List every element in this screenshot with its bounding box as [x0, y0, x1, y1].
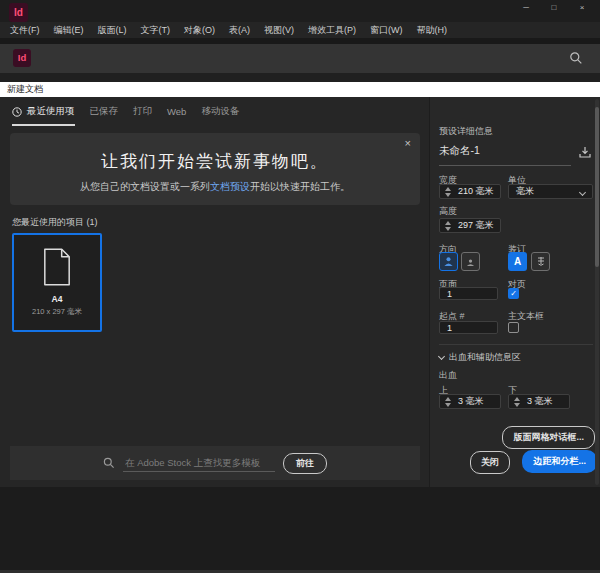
- bleed-top-stepper[interactable]: 3 毫米: [439, 394, 501, 409]
- banner-body-suffix: 开始以快速开始工作。: [250, 181, 350, 192]
- start-number-input[interactable]: 1: [439, 321, 498, 334]
- menu-bar: 文件(F) 编辑(E) 版面(L) 文字(T) 对象(O) 表(A) 视图(V)…: [0, 22, 600, 38]
- primary-text-frame-checkbox[interactable]: [508, 322, 519, 333]
- margins-columns-button[interactable]: 边距和分栏...: [522, 450, 597, 473]
- stock-search-bar: 前往: [10, 446, 420, 480]
- pages-value: 1: [447, 289, 452, 299]
- orientation-portrait-icon[interactable]: [439, 252, 458, 271]
- pages-input[interactable]: 1: [439, 287, 498, 300]
- tab-mobile[interactable]: 移动设备: [201, 97, 239, 126]
- height-stepper[interactable]: 297 毫米: [439, 218, 501, 233]
- banner-body: 从您自己的文档设置或一系列文档预设开始以快速开始工作。: [10, 180, 420, 194]
- tab-saved[interactable]: 已保存: [90, 97, 119, 126]
- bleed-bottom-stepper[interactable]: 3 毫米: [508, 394, 570, 409]
- binding-right-to-left-icon[interactable]: [531, 252, 550, 271]
- bleed-bottom-value: 3 毫米: [527, 395, 553, 408]
- indesign-logo-toolbar: Id: [13, 49, 31, 67]
- tab-print[interactable]: 打印: [133, 97, 152, 126]
- stock-search-input[interactable]: [123, 455, 275, 472]
- stepper-arrows-icon[interactable]: [514, 397, 520, 407]
- banner-heading: 让我们开始尝试新事物吧。: [10, 150, 420, 173]
- close-window-button[interactable]: ×: [568, 0, 596, 16]
- binding-left-to-right-icon[interactable]: A: [508, 252, 527, 271]
- menu-item-edit[interactable]: 编辑(E): [54, 24, 84, 37]
- banner-body-prefix: 从您自己的文档设置或一系列: [80, 181, 210, 192]
- window-controls: ─ □ ×: [512, 0, 596, 16]
- orientation-landscape-icon[interactable]: [461, 252, 480, 271]
- facing-pages-checkbox[interactable]: ✓: [508, 288, 519, 299]
- indesign-window: Id ─ □ × 文件(F) 编辑(E) 版面(L) 文字(T) 对象(O) 表…: [0, 0, 600, 573]
- menu-item-layout[interactable]: 版面(L): [98, 24, 127, 37]
- recent-items-heading: 您最近使用的项目 (1): [12, 216, 98, 229]
- layout-grid-dialog-button[interactable]: 版面网格对话框...: [502, 426, 595, 449]
- height-value: 297 毫米: [458, 219, 494, 232]
- stepper-arrows-icon[interactable]: [445, 187, 451, 197]
- start-number-value: 1: [447, 323, 452, 333]
- stepper-arrows-icon[interactable]: [445, 397, 451, 407]
- panel-scrollbar[interactable]: [595, 99, 599, 485]
- tab-web[interactable]: Web: [167, 97, 186, 126]
- width-stepper[interactable]: 210 毫米: [439, 184, 501, 199]
- minimize-button[interactable]: ─: [512, 0, 540, 16]
- chevron-down-icon: [438, 353, 445, 360]
- width-value: 210 毫米: [458, 185, 494, 198]
- indesign-logo: Id: [9, 3, 28, 22]
- divider: [439, 344, 593, 345]
- menu-item-plugins[interactable]: 增效工具(P): [308, 24, 356, 37]
- bleed-top-value: 3 毫米: [458, 395, 484, 408]
- stepper-arrows-icon[interactable]: [445, 221, 451, 231]
- chevron-down-icon: [579, 189, 586, 196]
- menu-item-help[interactable]: 帮助(H): [417, 24, 448, 37]
- dialog-title: 新建文档: [7, 84, 43, 94]
- unit-value: 毫米: [516, 185, 534, 198]
- menu-item-view[interactable]: 视图(V): [264, 24, 294, 37]
- document-presets-link[interactable]: 文档预设: [210, 181, 250, 192]
- banner-close-icon[interactable]: ×: [405, 138, 411, 149]
- bleed-slug-section-label: 出血和辅助信息区: [449, 351, 521, 364]
- dialog-titlebar: 新建文档: [0, 82, 600, 97]
- tab-recent-label: 最近使用项: [27, 105, 75, 118]
- scrollbar-thumb[interactable]: [595, 107, 599, 267]
- menu-item-object[interactable]: 对象(O): [184, 24, 215, 37]
- tab-bar: 最近使用项 已保存 打印 Web 移动设备: [0, 97, 429, 126]
- clock-icon: [12, 107, 22, 117]
- save-preset-icon[interactable]: [578, 145, 592, 159]
- preset-details-heading: 预设详细信息: [439, 125, 493, 138]
- recent-card-dimensions: 210 x 297 毫米: [32, 307, 82, 317]
- workspace-background: [0, 487, 600, 573]
- go-button[interactable]: 前往: [283, 453, 327, 474]
- preset-name-field[interactable]: 未命名-1: [439, 144, 571, 166]
- search-icon: [103, 457, 115, 469]
- new-document-dialog: 最近使用项 已保存 打印 Web 移动设备 × 让我们开始尝试新事物吧。 从您自…: [0, 97, 600, 487]
- window-titlebar: Id ─ □ ×: [0, 0, 600, 22]
- menu-item-window[interactable]: 窗口(W): [370, 24, 403, 37]
- dialog-left-pane: 最近使用项 已保存 打印 Web 移动设备 × 让我们开始尝试新事物吧。 从您自…: [0, 97, 429, 487]
- menu-item-table[interactable]: 表(A): [229, 24, 250, 37]
- preset-details-panel: 预设详细信息 未命名-1 宽度 单位 210 毫米 毫米 高度 297 毫米 方: [429, 97, 600, 487]
- recent-card-name: A4: [52, 294, 63, 304]
- recent-document-card[interactable]: A4 210 x 297 毫米: [12, 233, 102, 332]
- bleed-label: 出血: [439, 369, 457, 382]
- welcome-banner: × 让我们开始尝试新事物吧。 从您自己的文档设置或一系列文档预设开始以快速开始工…: [10, 133, 420, 205]
- divider: [0, 73, 600, 82]
- tab-recent[interactable]: 最近使用项: [12, 97, 75, 126]
- document-icon: [42, 248, 72, 286]
- search-icon[interactable]: [569, 51, 583, 65]
- unit-dropdown[interactable]: 毫米: [508, 184, 593, 199]
- app-toolbar: Id: [0, 44, 600, 73]
- height-label: 高度: [439, 205, 457, 218]
- bleed-slug-section-header[interactable]: 出血和辅助信息区: [439, 351, 521, 364]
- menu-item-type[interactable]: 文字(T): [141, 24, 171, 37]
- menu-item-file[interactable]: 文件(F): [10, 24, 40, 37]
- close-dialog-button[interactable]: 关闭: [470, 451, 510, 474]
- maximize-button[interactable]: □: [540, 0, 568, 16]
